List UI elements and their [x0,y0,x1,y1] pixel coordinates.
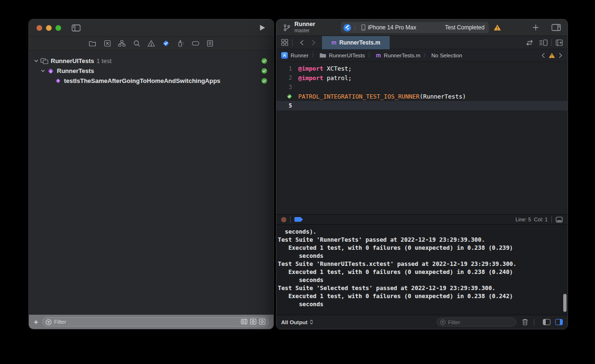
svg-text:c: c [50,69,52,73]
warning-icon[interactable] [549,53,555,58]
add-tab-icon[interactable] [532,24,539,31]
flutter-icon [343,24,351,32]
line-number: 3 [276,84,298,91]
editor-layout-icon[interactable] [551,24,561,31]
swap-editors-icon[interactable] [526,40,533,46]
run-icon[interactable] [259,24,266,31]
folder-icon [320,53,326,58]
code-token: @import [298,74,323,82]
source-editor[interactable]: 1 @import XCTest; 2 @import patrol; 3 [276,62,568,214]
next-issue-icon[interactable] [558,53,563,58]
minimap-icon[interactable] [539,39,548,46]
scheme-selector[interactable]: 〉 iPhone 14 Pro Max Test Completed [341,22,489,33]
project-title: Runner master [294,21,315,33]
code-token: XCTest; [323,65,352,72]
console-view-icon[interactable] [555,319,563,325]
chevron-right-icon: 〉 [368,52,373,59]
filter-placeholder: Filter [448,319,460,325]
scope-list-icon[interactable] [241,318,247,325]
issue-navigator-icon[interactable] [147,39,156,48]
tests-filter-field[interactable]: Filter [42,317,269,327]
debug-navigator-icon[interactable] [176,39,185,48]
code-line: PATROL_INTEGRATION_TEST_IOS_RUNNER(Runne… [276,92,568,101]
forward-icon[interactable] [310,39,317,46]
test-class-icon: c [47,67,55,75]
activity-status: Test Completed [445,24,485,31]
branch-name: master [294,28,315,34]
test-method-icon: t [55,77,62,84]
breadcrumb-project[interactable]: Runner [291,53,309,58]
jump-bar: A Runner 〉 RunnerUITests 〉 m RunnerTests… [276,49,568,62]
objc-file-icon: m [376,52,381,59]
zoom-button[interactable] [55,25,61,31]
passed-tests-filter-icon[interactable] [259,318,265,325]
breadcrumb-group[interactable]: RunnerUITests [329,53,365,58]
breakpoint-tag-icon[interactable] [294,217,303,222]
add-editor-icon[interactable] [556,39,563,46]
output-scope-selector[interactable]: All Output [281,319,313,325]
find-navigator-icon[interactable] [132,39,141,48]
tab-overview-icon[interactable] [281,39,288,46]
execution-point-icon[interactable] [281,217,286,222]
debug-console[interactable]: seconds). Test Suite 'RunnerTests' passe… [276,224,568,315]
left-titlebar [29,19,274,36]
tree-row-runneruitests[interactable]: RunnerUITests 1 test [29,56,274,66]
warning-icon[interactable] [494,24,501,31]
toggle-navigator-icon[interactable] [72,24,81,32]
chevron-right-icon: 〉 [311,52,317,59]
previous-issue-icon[interactable] [541,53,546,58]
test-navigator-icon[interactable] [162,39,170,48]
chevron-down-icon[interactable] [33,58,39,64]
hide-debug-area-icon[interactable] [556,217,563,223]
project-navigator-icon[interactable] [88,39,97,48]
code-line-current: 5 [276,101,568,110]
console-line: seconds [278,252,568,260]
ui-test-bundle-icon [40,58,48,64]
code-line: 3 [276,82,568,92]
minimize-button[interactable] [46,25,52,31]
report-navigator-icon[interactable] [206,39,214,48]
variables-view-icon[interactable] [543,319,550,325]
chevron-right-icon: 〉 [354,24,359,31]
main-editor-window: Runner master 〉 iPhone 14 Pro Max Test C… [276,19,568,329]
failed-tests-filter-icon[interactable] [250,318,256,325]
breadcrumb-selection[interactable]: No Selection [431,53,462,58]
app-project-icon: A [281,52,288,59]
tree-row-runnertests[interactable]: c RunnerTests [29,66,274,76]
changes-navigator-icon[interactable] [103,39,111,48]
objc-file-icon: m [331,39,337,46]
console-line: Executed 1 test, with 0 failures (0 unex… [278,244,568,252]
add-test-plan-button[interactable]: + [34,318,38,326]
chevron-down-icon[interactable] [40,68,46,74]
tree-item-count: 1 test [97,57,112,64]
navigator-bar [29,36,274,51]
console-filter-field[interactable]: Filter [437,318,516,327]
line-number: 5 [276,102,298,109]
console-line: Executed 1 test, with 0 failures (0 unex… [278,268,568,276]
test-passed-badge [261,58,267,64]
code-line: 2 @import patrol; [276,73,568,83]
test-tree: RunnerUITests 1 test c RunnerTests [29,51,274,315]
code-line: 1 @import XCTest; [276,64,568,73]
test-passed-badge [261,68,267,74]
tab-runnertests-m[interactable]: m RunnerTests.m [322,36,390,49]
tab-bar: m RunnerTests.m [276,36,568,49]
back-icon[interactable] [299,39,305,46]
tree-item-label: RunnerUITests [51,57,94,64]
filter-icon [46,319,52,325]
trash-icon[interactable] [522,318,528,326]
tab-label: RunnerTests.m [339,39,380,46]
close-button[interactable] [37,25,42,31]
tree-row-test-method[interactable]: t testIsTheSameAfterGoingToHomeAndSwitch… [29,76,274,86]
navigator-filter-bar: + Filter [29,315,274,329]
symbol-navigator-icon[interactable] [118,39,126,48]
run-destination[interactable]: iPhone 14 Pro Max [368,24,416,31]
breakpoint-navigator-icon[interactable] [191,39,200,48]
line-number: 1 [276,65,298,72]
test-passed-gutter-icon[interactable] [286,93,293,100]
console-scrollbar[interactable] [563,294,567,312]
chevron-right-icon: 〉 [423,52,429,59]
project-name: Runner [294,21,315,28]
code-token: patrol; [323,74,352,82]
breadcrumb-file[interactable]: RunnerTests.m [384,53,420,58]
